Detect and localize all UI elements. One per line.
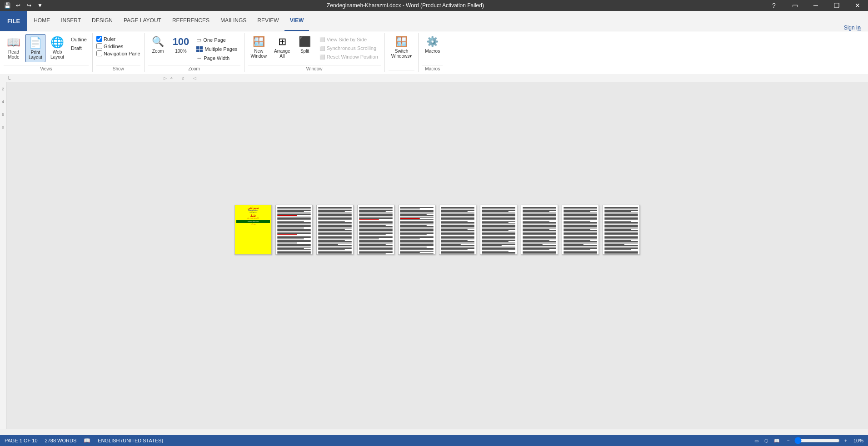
ruler-num-4: 4	[170, 76, 173, 80]
restore-button[interactable]: ❐	[826, 0, 847, 11]
tab-home[interactable]: HOME	[28, 11, 55, 31]
page-1-tagline: و وتساپ	[236, 223, 270, 225]
one-page-icon: ▭	[196, 37, 201, 43]
ribbon-group-views: 📖 ReadMode 📄 PrintLayout 🌐 WebLayout Out…	[0, 33, 93, 72]
page-8-thumbnail[interactable]	[521, 205, 558, 255]
page-2-content	[276, 205, 312, 255]
views-group-items: 📖 ReadMode 📄 PrintLayout 🌐 WebLayout Out…	[4, 34, 89, 64]
page-9-thumbnail[interactable]	[562, 205, 599, 255]
read-mode-button[interactable]: 📖 ReadMode	[4, 34, 24, 61]
draft-label: Draft	[71, 45, 82, 51]
split-button[interactable]: ⬛ Split	[295, 34, 315, 55]
page-width-label: Page Width	[204, 55, 229, 61]
navigation-pane-checkbox[interactable]	[96, 50, 102, 56]
macros-group-label: Macros	[422, 65, 443, 71]
zoom-slider[interactable]	[794, 437, 840, 444]
undo-button[interactable]: ↩	[14, 1, 23, 10]
print-layout-button[interactable]: 📄 PrintLayout	[25, 34, 45, 62]
minimize-button[interactable]: ─	[805, 0, 826, 11]
quick-access-toolbar: 💾 ↩ ↪ ▼	[0, 0, 47, 11]
page-10-thumbnail[interactable]	[603, 205, 640, 255]
tab-page-layout[interactable]: PAGE LAYOUT	[118, 11, 167, 31]
tab-review[interactable]: REVIEW	[252, 11, 284, 31]
navigation-pane-checkbox-label[interactable]: Navigation Pane	[96, 50, 140, 56]
page-3-thumbnail[interactable]	[316, 205, 354, 255]
customize-quick-access-button[interactable]: ▼	[35, 1, 45, 10]
zoom-out-button[interactable]: −	[784, 436, 793, 445]
ribbon-group-switch-windows: 🪟 SwitchWindows▾	[385, 33, 419, 72]
page-3-content	[317, 205, 353, 255]
zoom-group-label: Zoom	[148, 65, 240, 71]
new-window-button[interactable]: 🪟 NewWindow	[248, 34, 270, 60]
outline-button[interactable]: Outline	[69, 36, 89, 43]
web-layout-icon: 🌐	[50, 36, 64, 49]
reset-window-position-button[interactable]: ⬜ Reset Window Position	[318, 53, 380, 60]
web-view-status-button[interactable]: ⬡	[763, 436, 771, 445]
macros-button[interactable]: ⚙️ Macros	[422, 34, 443, 55]
read-view-status-button[interactable]: 📖	[773, 436, 781, 445]
page-6-thumbnail[interactable]	[439, 205, 476, 255]
ruler-triangle-left: ▷	[164, 76, 167, 80]
zoom-in-button[interactable]: +	[842, 436, 850, 445]
tab-insert[interactable]: INSERT	[55, 11, 86, 31]
tab-design[interactable]: DESIGN	[86, 11, 118, 31]
horizontal-ruler: L ▷ 4 2 ◁	[0, 74, 868, 82]
show-group-label: Show	[96, 65, 140, 71]
window-extra-options: ⬜ View Side by Side ⬜ Synchronous Scroll…	[317, 34, 381, 62]
page-7-thumbnail[interactable]	[480, 205, 517, 255]
print-view-status-button[interactable]: ▭	[753, 436, 761, 445]
save-button[interactable]: 💾	[3, 1, 12, 10]
multiple-pages-icon	[196, 46, 203, 52]
one-page-button[interactable]: ▭ One Page	[195, 36, 239, 44]
page-5-thumbnail[interactable]	[398, 205, 435, 255]
zoom-100-icon: 100	[173, 36, 190, 48]
redo-button[interactable]: ↪	[25, 1, 34, 10]
gridlines-checkbox[interactable]	[96, 43, 102, 49]
page-7-content	[480, 205, 517, 255]
read-mode-icon: 📖	[7, 36, 20, 49]
page-4-thumbnail[interactable]	[357, 205, 394, 255]
ruler-marker: L	[6, 75, 11, 80]
document-area[interactable]: تحقیق آنلاین Tahghighonline.ir مرجع دانل…	[6, 82, 868, 429]
tab-mailings[interactable]: MAILINGS	[215, 11, 252, 31]
tab-file[interactable]: FILE	[0, 11, 27, 31]
switch-windows-icon: 🪟	[395, 36, 408, 48]
one-page-label: One Page	[203, 37, 226, 43]
macros-group-items: ⚙️ Macros	[422, 34, 443, 64]
page-width-button[interactable]: ↔ Page Width	[195, 54, 239, 62]
ruler-checkbox[interactable]	[96, 36, 102, 42]
arrange-all-button[interactable]: ⊞ ArrangeAll	[271, 34, 293, 60]
synchronous-scrolling-button[interactable]: ⬜ Synchronous Scrolling	[318, 45, 380, 52]
window-group-items: 🪟 NewWindow ⊞ ArrangeAll ⬛ Split ⬜ View …	[248, 34, 381, 64]
view-mode-buttons: ▭ ⬡ 📖	[753, 436, 781, 445]
ribbon-content: 📖 ReadMode 📄 PrintLayout 🌐 WebLayout Out…	[0, 31, 868, 74]
gridlines-checkbox-label[interactable]: Gridlines	[96, 43, 123, 49]
multiple-pages-label: Multiple Pages	[205, 46, 237, 52]
view-side-by-side-button[interactable]: ⬜ View Side by Side	[318, 36, 380, 43]
tab-view[interactable]: VIEW	[284, 11, 309, 31]
page-1-thumbnail[interactable]: تحقیق آنلاین Tahghighonline.ir مرجع دانل…	[234, 205, 272, 255]
page-4-content	[358, 205, 394, 255]
ruler-checkbox-label[interactable]: Ruler	[96, 36, 115, 42]
ribbon-group-macros: ⚙️ Macros Macros	[419, 33, 446, 72]
web-layout-button[interactable]: 🌐 WebLayout	[47, 34, 67, 61]
close-button[interactable]: ✕	[847, 0, 868, 11]
view-side-by-side-icon: ⬜	[319, 37, 325, 42]
arrange-all-icon: ⊞	[278, 36, 286, 48]
zoom-button[interactable]: 🔍 Zoom	[148, 34, 168, 55]
multiple-pages-button[interactable]: Multiple Pages	[195, 45, 239, 53]
ribbon-tabs: FILE HOME INSERT DESIGN PAGE LAYOUT REFE…	[0, 11, 868, 31]
switch-windows-button[interactable]: 🪟 SwitchWindows▾	[389, 34, 415, 60]
ruler-numbers: ▷ 4 2 ◁	[164, 76, 196, 80]
reset-window-position-label: Reset Window Position	[327, 54, 378, 59]
zoom-100-button[interactable]: 100 100%	[170, 34, 192, 55]
draft-button[interactable]: Draft	[69, 45, 89, 52]
help-button[interactable]: ?	[763, 0, 784, 11]
ribbon-display-button[interactable]: ▭	[784, 0, 805, 11]
synchronous-scrolling-label: Synchronous Scrolling	[327, 45, 376, 51]
navigation-pane-label: Navigation Pane	[104, 51, 140, 56]
macros-icon: ⚙️	[426, 36, 439, 48]
sign-in-link[interactable]: Sign in	[837, 25, 868, 31]
page-2-thumbnail[interactable]	[275, 205, 313, 255]
tab-references[interactable]: REFERENCES	[167, 11, 215, 31]
